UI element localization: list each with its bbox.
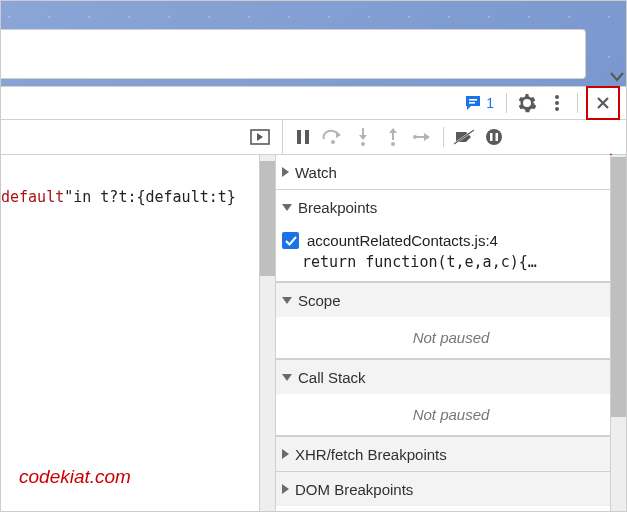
panel-scrollbar[interactable] <box>610 155 626 512</box>
console-messages-button[interactable]: 1 <box>458 90 500 116</box>
divider <box>506 93 507 113</box>
gear-icon[interactable] <box>513 89 541 117</box>
svg-point-2 <box>555 95 559 99</box>
chevron-right-icon <box>282 484 289 494</box>
breakpoint-item[interactable]: accountRelatedContacts.js:4 return funct… <box>276 224 626 281</box>
svg-rect-6 <box>297 130 301 144</box>
chevron-right-icon <box>282 449 289 459</box>
svg-point-4 <box>555 107 559 111</box>
xhr-section-header[interactable]: XHR/fetch Breakpoints <box>276 436 626 471</box>
svg-point-9 <box>361 142 365 146</box>
xhr-label: XHR/fetch Breakpoints <box>295 446 447 463</box>
divider <box>443 127 444 147</box>
chevron-down-icon <box>282 374 292 381</box>
svg-rect-7 <box>305 130 309 144</box>
debugger-sidebar: Watch Breakpoints accountRelatedContacts… <box>276 155 626 512</box>
debugger-toolbar <box>1 120 626 155</box>
code-text: "in t?t:{default:t} <box>64 188 236 206</box>
breakpoint-code: return function(t,e,a,c){… <box>302 253 616 271</box>
breakpoint-file: accountRelatedContacts.js:4 <box>307 232 498 249</box>
dom-section-header[interactable]: DOM Breakpoints <box>276 471 626 506</box>
dom-label: DOM Breakpoints <box>295 481 413 498</box>
svg-point-11 <box>413 135 417 139</box>
callstack-label: Call Stack <box>298 369 366 386</box>
source-code-pane[interactable]: default"in t?t:{default:t} codekiat.com <box>1 155 259 512</box>
scrollbar-thumb[interactable] <box>260 161 275 276</box>
kebab-menu-icon[interactable] <box>543 89 571 117</box>
browser-window-edge <box>1 29 586 79</box>
callstack-not-paused: Not paused <box>276 394 626 436</box>
callstack-section-header[interactable]: Call Stack <box>276 359 626 394</box>
divider <box>577 93 578 113</box>
svg-rect-1 <box>469 102 475 104</box>
svg-point-10 <box>391 142 395 146</box>
pause-on-exceptions-icon[interactable] <box>480 123 508 151</box>
devtools-header: 1 <box>1 86 626 120</box>
code-scrollbar[interactable] <box>259 155 276 512</box>
chevron-down-icon <box>282 297 292 304</box>
step-icon[interactable] <box>409 123 437 151</box>
chevron-right-icon <box>282 167 289 177</box>
svg-rect-13 <box>490 133 493 141</box>
close-highlight-box <box>586 86 620 120</box>
breakpoint-checkbox[interactable] <box>282 232 299 249</box>
code-keyword: default <box>1 188 64 206</box>
svg-point-8 <box>331 140 335 144</box>
step-out-icon[interactable] <box>379 123 407 151</box>
show-navigator-icon[interactable] <box>246 123 274 151</box>
svg-rect-14 <box>496 133 499 141</box>
step-into-icon[interactable] <box>349 123 377 151</box>
close-icon[interactable] <box>589 89 617 117</box>
chevron-down-icon <box>282 204 292 211</box>
desktop-wallpaper <box>1 1 626 86</box>
breakpoints-section-header[interactable]: Breakpoints <box>276 190 626 224</box>
watch-label: Watch <box>295 164 337 181</box>
svg-point-3 <box>555 101 559 105</box>
deactivate-breakpoints-icon[interactable] <box>450 123 478 151</box>
svg-rect-0 <box>469 99 477 101</box>
chevron-down-icon[interactable] <box>610 69 624 85</box>
pause-icon[interactable] <box>289 123 317 151</box>
scope-section-header[interactable]: Scope <box>276 282 626 317</box>
breakpoints-label: Breakpoints <box>298 199 377 216</box>
scrollbar-thumb[interactable] <box>611 157 626 417</box>
svg-point-12 <box>486 129 502 145</box>
console-messages-count: 1 <box>486 95 494 111</box>
watermark-text: codekiat.com <box>19 466 131 488</box>
watch-section-header[interactable]: Watch <box>276 155 626 189</box>
step-over-icon[interactable] <box>319 123 347 151</box>
scope-label: Scope <box>298 292 341 309</box>
scope-not-paused: Not paused <box>276 317 626 359</box>
